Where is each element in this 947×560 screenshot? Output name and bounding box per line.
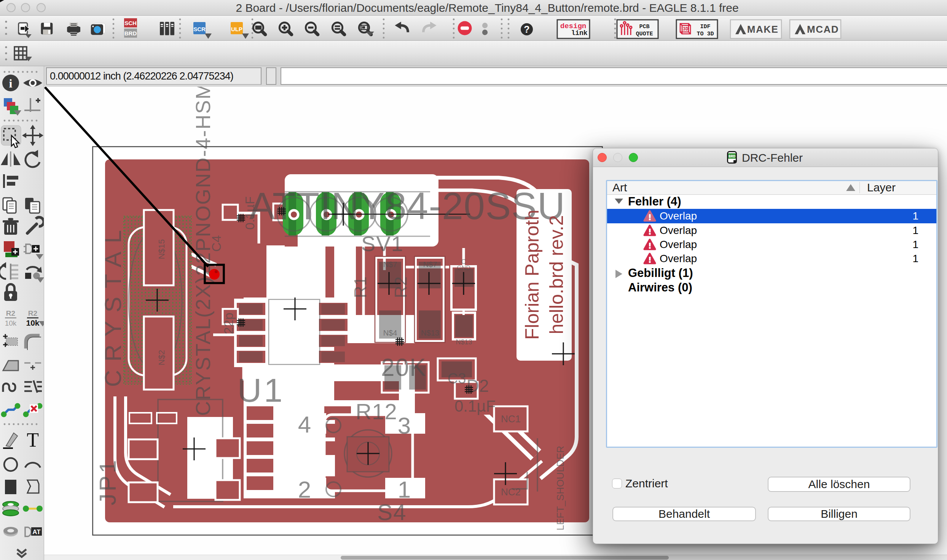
svg-text:R1: R1 bbox=[351, 277, 370, 298]
svg-text:N$15: N$15 bbox=[157, 239, 166, 259]
svg-text:N$13: N$13 bbox=[456, 338, 472, 346]
svg-text:0.1µF: 0.1µF bbox=[242, 196, 257, 230]
svg-text:GND: GND bbox=[457, 265, 470, 271]
svg-text:4: 4 bbox=[298, 411, 311, 438]
svg-text:C: C bbox=[461, 258, 466, 266]
svg-text:ATTINY84-20SSU: ATTINY84-20SSU bbox=[249, 185, 566, 227]
svg-text:20K: 20K bbox=[381, 354, 427, 381]
svg-text:C3: C3 bbox=[448, 371, 466, 387]
svg-text:2: 2 bbox=[298, 476, 311, 503]
svg-text:R2: R2 bbox=[391, 277, 410, 298]
svg-text:R12: R12 bbox=[356, 399, 397, 424]
svg-text:Florian Paproth: Florian Paproth bbox=[521, 210, 543, 340]
svg-text:N$13: N$13 bbox=[421, 329, 439, 337]
svg-text:CRYSTAL: CRYSTAL bbox=[100, 222, 126, 387]
svg-text:S4: S4 bbox=[377, 500, 407, 525]
svg-text:D2: D2 bbox=[467, 376, 489, 396]
svg-text:U1: U1 bbox=[238, 371, 285, 409]
svg-text:SV1: SV1 bbox=[361, 232, 404, 256]
svg-text:3: 3 bbox=[398, 412, 411, 439]
svg-text:0.1µF: 0.1µF bbox=[454, 397, 496, 415]
svg-text:C4: C4 bbox=[209, 235, 223, 251]
svg-text:N$2: N$2 bbox=[157, 350, 166, 365]
svg-text:JP1: JP1 bbox=[94, 458, 121, 506]
svg-text:N$7: N$7 bbox=[423, 260, 437, 269]
svg-text:LEFT_SHOULDER: LEFT_SHOULDER bbox=[555, 446, 566, 531]
svg-text:NC2: NC2 bbox=[501, 486, 521, 498]
svg-text:1: 1 bbox=[398, 476, 411, 503]
svg-text:N$4: N$4 bbox=[383, 329, 397, 337]
svg-text:22p: 22p bbox=[221, 313, 236, 334]
svg-text:NC1: NC1 bbox=[501, 413, 521, 425]
svg-text:N$7: N$7 bbox=[383, 260, 397, 269]
svg-text:hello.brd rev.2: hello.brd rev.2 bbox=[546, 215, 567, 334]
